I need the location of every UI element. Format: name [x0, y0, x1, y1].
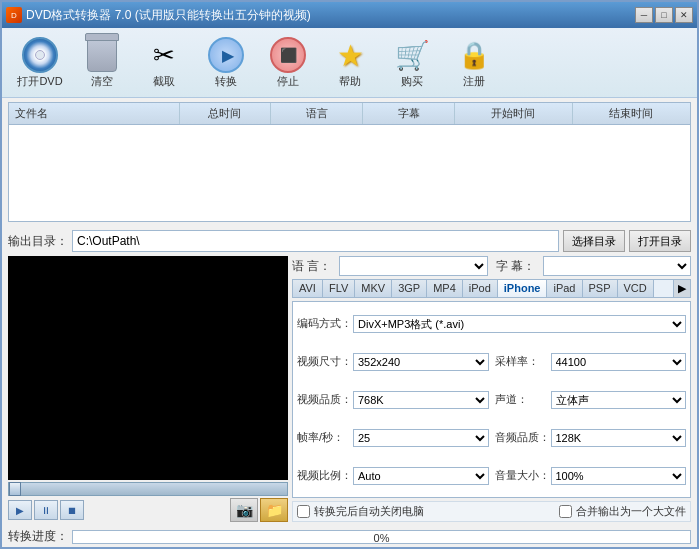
format-tab-mp4[interactable]: MP4	[427, 280, 463, 297]
frame-rate-label: 帧率/秒：	[297, 430, 349, 445]
format-tab-vcd[interactable]: VCD	[618, 280, 654, 297]
clip-button[interactable]: ✂ 截取	[134, 32, 194, 93]
output-row: 输出目录： 选择目录 打开目录	[8, 230, 691, 252]
format-tab-more[interactable]: ▶	[673, 280, 690, 297]
progress-label: 转换进度：	[8, 528, 68, 545]
file-list-body[interactable]	[9, 125, 690, 219]
col-language: 语言	[271, 103, 363, 124]
frame-rate-select[interactable]: 25	[353, 429, 489, 447]
video-quality-row: 视频品质： 768K	[297, 382, 489, 417]
buy-label: 购买	[401, 74, 423, 89]
frame-back-button[interactable]: ⏹	[60, 500, 84, 520]
scissors-icon: ✂	[144, 36, 184, 74]
audio-channel-select[interactable]: 立体声	[551, 391, 687, 409]
video-quality-select[interactable]: 768K	[353, 391, 489, 409]
auto-close-checkbox[interactable]	[297, 505, 310, 518]
volume-row: 音量大小： 100%	[495, 458, 687, 493]
merge-label[interactable]: 合并输出为一个大文件	[576, 504, 686, 519]
language-label: 语 言：	[292, 258, 331, 275]
output-path-input[interactable]	[72, 230, 559, 252]
settings-panel: 语 言： 字 幕： AVIFLVMKV3GPMP4iPodiPhoneiPadP…	[292, 256, 691, 522]
minimize-button[interactable]: ─	[635, 7, 653, 23]
video-canvas	[8, 256, 288, 480]
close-button[interactable]: ✕	[675, 7, 693, 23]
window-controls: ─ □ ✕	[635, 7, 693, 23]
app-icon: D	[6, 7, 22, 23]
format-tab-mkv[interactable]: MKV	[355, 280, 392, 297]
dvd-icon	[20, 36, 60, 74]
help-button[interactable]: ★ 帮助	[320, 32, 380, 93]
maximize-button[interactable]: □	[655, 7, 673, 23]
play-icon	[206, 36, 246, 74]
register-label: 注册	[463, 74, 485, 89]
settings-grid: 编码方式： DivX+MP3格式 (*.avi) 视频尺寸： 352x240 采…	[292, 301, 691, 498]
cart-icon: 🛒	[392, 36, 432, 74]
format-tab-3gp[interactable]: 3GP	[392, 280, 427, 297]
subtitle-label: 字 幕：	[496, 258, 535, 275]
language-select[interactable]	[339, 256, 487, 276]
video-ratio-label: 视频比例：	[297, 468, 349, 483]
convert-button[interactable]: 转换	[196, 32, 256, 93]
col-filename: 文件名	[9, 103, 180, 124]
clear-button[interactable]: 清空	[72, 32, 132, 93]
video-slider[interactable]	[8, 482, 288, 496]
video-ratio-row: 视频比例： Auto	[297, 458, 489, 493]
select-dir-button[interactable]: 选择目录	[563, 230, 625, 252]
col-duration: 总时间	[180, 103, 272, 124]
format-tab-avi[interactable]: AVI	[293, 280, 323, 297]
open-dvd-button[interactable]: 打开DVD	[10, 32, 70, 93]
screenshot-button[interactable]: 📷	[230, 498, 258, 522]
clip-label: 截取	[153, 74, 175, 89]
format-tabs: AVIFLVMKV3GPMP4iPodiPhoneiPadPSPVCD▶	[292, 279, 691, 298]
format-tab-ipod[interactable]: iPod	[463, 280, 498, 297]
merge-output-checkbox[interactable]	[559, 505, 572, 518]
title-bar: D DVD格式转换器 7.0 (试用版只能转换出五分钟的视频) ─ □ ✕	[2, 2, 697, 28]
slider-thumb[interactable]	[9, 482, 21, 496]
format-tab-iphone[interactable]: iPhone	[498, 280, 548, 297]
title-bar-text: D DVD格式转换器 7.0 (试用版只能转换出五分钟的视频)	[6, 7, 311, 24]
video-size-select[interactable]: 352x240	[353, 353, 489, 371]
encode-select[interactable]: DivX+MP3格式 (*.avi)	[353, 315, 686, 333]
encode-label: 编码方式：	[297, 316, 349, 331]
buy-button[interactable]: 🛒 购买	[382, 32, 442, 93]
progress-bar: 0%	[72, 530, 691, 544]
stop-label: 停止	[277, 74, 299, 89]
output-label: 输出目录：	[8, 233, 68, 250]
toolbar: 打开DVD 清空 ✂ 截取 转换 停止 ★ 帮助 🛒 购买 🔒 注册	[2, 28, 697, 98]
clear-label: 清空	[91, 74, 113, 89]
col-end-time: 结束时间	[573, 103, 690, 124]
audio-quality-row: 音频品质： 128K	[495, 420, 687, 455]
audio-quality-label: 音频品质：	[495, 430, 547, 445]
pause-button[interactable]: ⏸	[34, 500, 58, 520]
file-list-header: 文件名 总时间 语言 字幕 开始时间 结束时间	[9, 103, 690, 125]
trash-icon	[82, 36, 122, 74]
encode-row: 编码方式： DivX+MP3格式 (*.avi)	[297, 306, 686, 341]
file-list-area: 文件名 总时间 语言 字幕 开始时间 结束时间	[8, 102, 691, 222]
play-button[interactable]: ▶	[8, 500, 32, 520]
sample-rate-select[interactable]: 44100	[551, 353, 687, 371]
video-size-row: 视频尺寸： 352x240	[297, 344, 489, 379]
col-start-time: 开始时间	[455, 103, 573, 124]
help-label: 帮助	[339, 74, 361, 89]
video-ratio-select[interactable]: Auto	[353, 467, 489, 485]
sample-rate-label: 采样率：	[495, 354, 547, 369]
format-tab-flv[interactable]: FLV	[323, 280, 355, 297]
auto-close-label[interactable]: 转换完后自动关闭电脑	[314, 504, 424, 519]
lang-sub-row: 语 言： 字 幕：	[292, 256, 691, 276]
volume-select[interactable]: 100%	[551, 467, 687, 485]
checkbox-row: 转换完后自动关闭电脑 合并输出为一个大文件	[292, 501, 691, 522]
convert-label: 转换	[215, 74, 237, 89]
video-preview-area: ▶ ⏸ ⏹ 📷 📁	[8, 256, 288, 522]
open-dir-button[interactable]: 打开目录	[629, 230, 691, 252]
star-icon: ★	[330, 36, 370, 74]
format-tab-ipad[interactable]: iPad	[547, 280, 582, 297]
frame-rate-row: 帧率/秒： 25	[297, 420, 489, 455]
audio-quality-select[interactable]: 128K	[551, 429, 687, 447]
format-tab-psp[interactable]: PSP	[583, 280, 618, 297]
stop-button[interactable]: 停止	[258, 32, 318, 93]
subtitle-select[interactable]	[543, 256, 691, 276]
main-bottom: ▶ ⏸ ⏹ 📷 📁 语 言： 字 幕： AVIFL	[8, 256, 691, 522]
open-folder-button[interactable]: 📁	[260, 498, 288, 522]
register-button[interactable]: 🔒 注册	[444, 32, 504, 93]
video-quality-label: 视频品质：	[297, 392, 349, 407]
